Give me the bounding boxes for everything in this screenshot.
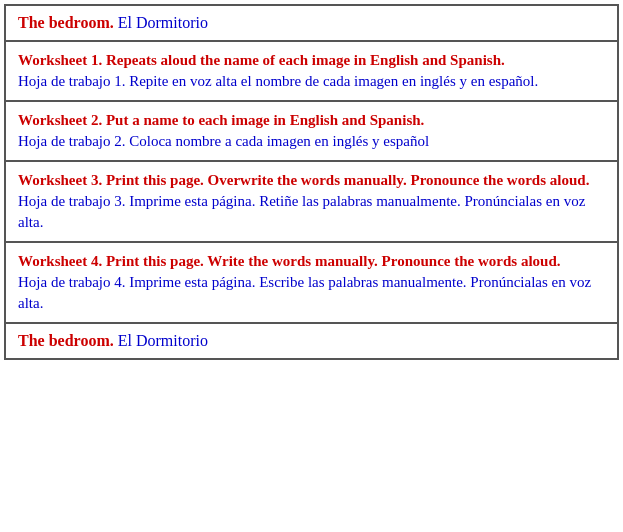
- worksheet-3-blue: Hoja de trabajo 3. Imprime esta página. …: [18, 191, 605, 233]
- footer-blue: El Dormitorio: [114, 332, 208, 349]
- worksheet-2-red: Worksheet 2. Put a name to each image in…: [18, 110, 605, 131]
- worksheet-4-blue: Hoja de trabajo 4. Imprime esta página. …: [18, 272, 605, 314]
- worksheet-1-red: Worksheet 1. Repeats aloud the name of e…: [18, 50, 605, 71]
- worksheet-3[interactable]: Worksheet 3. Print this page. Overwrite …: [6, 162, 617, 243]
- worksheet-1[interactable]: Worksheet 1. Repeats aloud the name of e…: [6, 42, 617, 102]
- main-container: The bedroom. El Dormitorio Worksheet 1. …: [4, 4, 619, 360]
- worksheet-4[interactable]: Worksheet 4. Print this page. Write the …: [6, 243, 617, 324]
- footer-section: The bedroom. El Dormitorio: [6, 324, 617, 358]
- worksheet-3-red: Worksheet 3. Print this page. Overwrite …: [18, 170, 605, 191]
- worksheet-2-blue: Hoja de trabajo 2. Coloca nombre a cada …: [18, 131, 605, 152]
- header-red: The bedroom.: [18, 14, 114, 31]
- header-blue: El Dormitorio: [114, 14, 208, 31]
- worksheet-1-blue: Hoja de trabajo 1. Repite en voz alta el…: [18, 71, 605, 92]
- worksheet-2[interactable]: Worksheet 2. Put a name to each image in…: [6, 102, 617, 162]
- footer-red: The bedroom.: [18, 332, 114, 349]
- header-section: The bedroom. El Dormitorio: [6, 6, 617, 42]
- worksheet-4-red: Worksheet 4. Print this page. Write the …: [18, 251, 605, 272]
